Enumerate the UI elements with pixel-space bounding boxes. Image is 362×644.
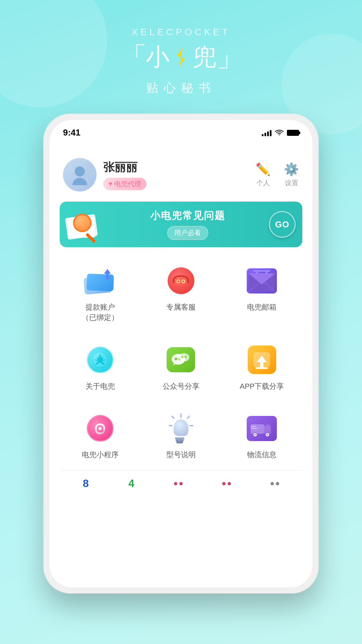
nav-badge-2: 4 — [128, 477, 134, 490]
menu-item-app-share[interactable]: APP下载分享 — [222, 333, 302, 402]
svg-point-3 — [177, 280, 179, 282]
svg-point-5 — [182, 280, 184, 282]
profile-badge: ♥ 电兜代理 — [103, 178, 146, 190]
svg-point-21 — [179, 353, 189, 361]
avatar-person — [71, 166, 88, 183]
phone-screen: 9:41 — [50, 120, 312, 587]
svg-point-31 — [254, 434, 256, 435]
menu-label-wechat-share: 公众号分享 — [163, 381, 199, 392]
nav-item-2[interactable]: 4 — [128, 477, 134, 490]
avatar-head — [75, 166, 85, 176]
logo-text-en: XELECPOCKET — [0, 27, 362, 38]
signal-icon — [262, 129, 272, 136]
edit-icon: ✏️ — [255, 162, 270, 176]
mailbox-icon — [245, 264, 279, 298]
app-content: 张丽丽 ♥ 电兜代理 ✏️ 个人 ⚙️ — [50, 151, 312, 587]
nav-item-5[interactable] — [270, 482, 279, 485]
logo-chinese: 小 兜 — [145, 41, 217, 73]
menu-item-logistics[interactable]: 物流信息 — [222, 401, 302, 470]
profile-name: 张丽丽 — [103, 160, 146, 175]
svg-rect-12 — [253, 270, 270, 272]
wechat-share-icon — [164, 343, 198, 377]
menu-label-about: 关于电兜 — [85, 381, 115, 392]
faq-banner[interactable]: 小电兜常见问题 用户必看 GO — [60, 202, 302, 247]
edit-profile-button[interactable]: ✏️ 个人 — [255, 162, 270, 187]
notch — [147, 138, 215, 148]
model-icon — [164, 412, 198, 445]
menu-item-about[interactable]: 关于电兜 — [60, 333, 140, 402]
menu-grid: 提款账户（已绑定） — [60, 254, 302, 470]
gear-icon: ⚙️ — [284, 162, 299, 176]
svg-point-17 — [98, 357, 103, 363]
nav-badge-1: 8 — [83, 477, 89, 490]
banner-text-area: 小电兜常见问题 用户必看 — [107, 209, 269, 240]
svg-rect-7 — [187, 280, 189, 283]
svg-point-23 — [185, 356, 187, 358]
svg-point-22 — [181, 356, 183, 358]
menu-label-mailbox: 电兜邮箱 — [247, 302, 277, 313]
banner-go-button[interactable]: GO — [269, 211, 296, 238]
banner-subtitle: 用户必看 — [167, 226, 208, 240]
svg-rect-35 — [251, 428, 257, 429]
menu-item-model[interactable]: 型号说明 — [140, 401, 221, 470]
status-icons — [262, 129, 299, 136]
subtitle: 贴心秘书 — [0, 80, 362, 96]
menu-label-model: 型号说明 — [166, 450, 196, 460]
menu-label-app-share: APP下载分享 — [240, 381, 284, 392]
profile-info: 张丽丽 ♥ 电兜代理 — [103, 160, 146, 190]
menu-item-mailbox[interactable]: 电兜邮箱 — [222, 254, 302, 333]
avatar-body — [72, 178, 87, 185]
withdraw-icon — [83, 264, 117, 298]
svg-rect-13 — [256, 270, 258, 274]
nav-item-1[interactable]: 8 — [83, 477, 89, 490]
avatar — [63, 158, 97, 192]
about-icon — [83, 343, 117, 377]
menu-item-wechat-share[interactable]: 公众号分享 — [140, 333, 221, 402]
settings-button[interactable]: ⚙️ 设置 — [284, 162, 299, 187]
status-time: 9:41 — [63, 127, 80, 138]
logo-main: 「 小 兜 」 — [0, 41, 362, 73]
logo-area: XELECPOCKET 「 小 兜 」 贴心秘书 — [0, 0, 362, 96]
logo-left-bracket: 「 — [120, 44, 145, 70]
nav-dots-5 — [270, 482, 279, 485]
svg-marker-0 — [104, 269, 111, 279]
banner-lens-circle — [73, 214, 92, 232]
logo-right-bracket: 」 — [217, 44, 242, 70]
service-icon — [164, 264, 198, 298]
svg-point-27 — [99, 427, 102, 430]
profile-left: 张丽丽 ♥ 电兜代理 — [63, 158, 146, 192]
menu-item-miniapp[interactable]: 电兜小程序 — [60, 401, 140, 470]
logistics-icon — [245, 412, 279, 445]
svg-rect-26 — [256, 367, 268, 369]
phone-frame: 9:41 — [44, 114, 318, 593]
menu-label-withdraw: 提款账户（已绑定） — [82, 302, 119, 323]
menu-label-miniapp: 电兜小程序 — [82, 450, 119, 460]
nav-item-4[interactable] — [222, 482, 231, 485]
logo-char-1: 小 — [145, 41, 170, 73]
nav-dots-3 — [174, 482, 183, 485]
app-download-icon — [245, 343, 279, 377]
lightning-icon — [171, 47, 191, 67]
banner-illustration — [66, 209, 107, 239]
settings-label: 设置 — [285, 178, 298, 187]
svg-rect-34 — [251, 426, 256, 427]
menu-item-service[interactable]: 专属客服 — [140, 254, 221, 333]
logo-char-2: 兜 — [192, 41, 217, 73]
svg-rect-6 — [173, 280, 174, 283]
menu-label-service: 专属客服 — [166, 302, 196, 313]
svg-point-19 — [175, 358, 177, 360]
miniapp-icon — [83, 412, 117, 445]
menu-item-withdraw[interactable]: 提款账户（已绑定） — [60, 254, 140, 333]
bottom-nav: 8 4 — [60, 470, 302, 503]
edit-label: 个人 — [256, 178, 270, 187]
svg-rect-28 — [251, 424, 264, 434]
wifi-icon — [275, 129, 284, 136]
nav-item-3[interactable] — [174, 482, 183, 485]
battery-icon — [287, 130, 299, 136]
profile-actions: ✏️ 个人 ⚙️ 设置 — [255, 162, 299, 187]
menu-label-logistics: 物流信息 — [247, 450, 277, 460]
heart-icon: ♥ — [109, 180, 112, 187]
banner-title: 小电兜常见问题 — [107, 209, 269, 223]
profile-header: 张丽丽 ♥ 电兜代理 ✏️ 个人 ⚙️ — [60, 151, 302, 198]
svg-point-33 — [267, 434, 268, 435]
